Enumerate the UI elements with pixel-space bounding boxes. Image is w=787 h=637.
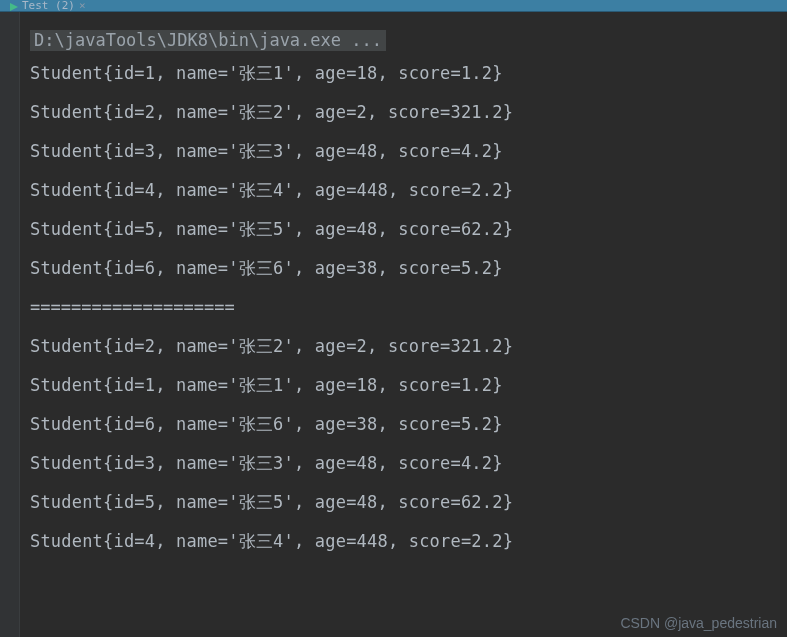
output-line: Student{id=1, name='张三1', age=18, score=… [30,65,777,82]
output-line: Student{id=2, name='张三2', age=2, score=3… [30,104,777,121]
tab-label: Test (2) [22,0,75,12]
run-icon [10,1,18,9]
close-icon[interactable]: × [79,0,86,12]
output-line: Student{id=1, name='张三1', age=18, score=… [30,377,777,394]
output-line: Student{id=4, name='张三4', age=448, score… [30,533,777,550]
gutter [0,12,20,637]
svg-marker-0 [10,3,18,11]
output-line: Student{id=5, name='张三5', age=48, score=… [30,494,777,511]
tab-bar: Test (2) × [0,0,787,12]
tab-run[interactable]: Test (2) × [4,0,92,10]
watermark: CSDN @java_pedestrian [620,615,777,631]
output-line: Student{id=4, name='张三4', age=448, score… [30,182,777,199]
output-line: Student{id=6, name='张三6', age=38, score=… [30,260,777,277]
output-before: Student{id=1, name='张三1', age=18, score=… [30,65,777,277]
output-line: Student{id=3, name='张三3', age=48, score=… [30,143,777,160]
output-after: Student{id=2, name='张三2', age=2, score=3… [30,338,777,550]
output-line: Student{id=2, name='张三2', age=2, score=3… [30,338,777,355]
output-line: Student{id=6, name='张三6', age=38, score=… [30,416,777,433]
output-line: Student{id=5, name='张三5', age=48, score=… [30,221,777,238]
command-line: D:\javaTools\JDK8\bin\java.exe ... [30,30,386,51]
separator: ==================== [30,299,777,316]
output-line: Student{id=3, name='张三3', age=48, score=… [30,455,777,472]
console-output[interactable]: D:\javaTools\JDK8\bin\java.exe ... Stude… [20,12,787,637]
